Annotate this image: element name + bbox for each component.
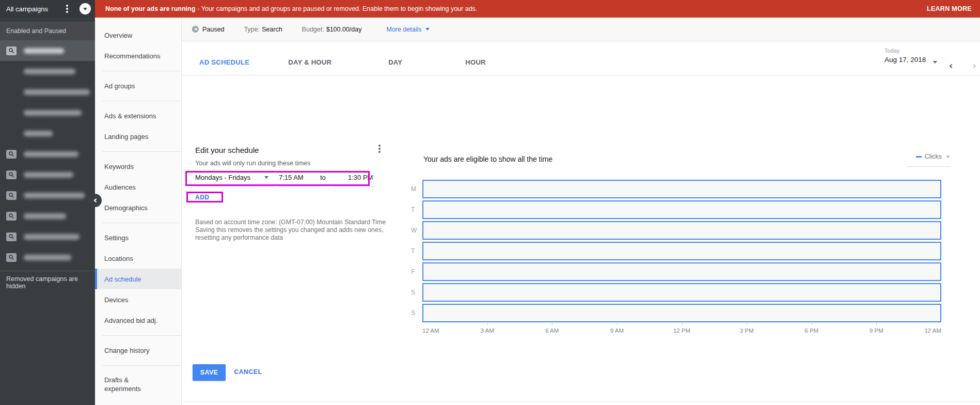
schedule-bar-full-day[interactable]	[422, 221, 941, 240]
timezone-note: Based on account time zone: (GMT-07:00) …	[195, 219, 394, 242]
campaign-sidebar: Enabled and Paused Removed campaigns are…	[0, 18, 95, 405]
schedule-bar-full-day[interactable]	[422, 180, 941, 198]
days-select-value: Mondays - Fridays	[195, 174, 250, 181]
day-label: S	[411, 309, 422, 317]
end-time-field[interactable]: 1:30 PM	[348, 174, 389, 181]
chart-day-row: S	[411, 304, 941, 322]
add-schedule-button[interactable]: ADD	[195, 194, 210, 201]
campaign-status-bar: Paused Type: Search Budget: $100.00/day …	[182, 18, 980, 41]
nav-item-landing-pages[interactable]: Landing pages	[95, 126, 181, 147]
nav-item-change-history[interactable]: Change history	[95, 340, 181, 361]
campaign-list-item[interactable]	[0, 61, 95, 82]
legend-dash-icon	[916, 156, 922, 158]
nav-item-locations[interactable]: Locations	[95, 248, 181, 269]
tab-day-hour[interactable]: DAY & HOUR	[288, 59, 331, 75]
nav-item-audiences[interactable]: Audiences	[95, 177, 181, 197]
nav-item-keywords[interactable]: Keywords	[95, 156, 181, 177]
end-field-underline	[335, 186, 375, 187]
chart-title: Your ads are eligible to show all the ti…	[423, 155, 552, 163]
chart-day-row: F	[411, 262, 941, 281]
tab-ad-schedule[interactable]: AD SCHEDULE	[199, 59, 249, 75]
divider-line	[102, 101, 181, 101]
status-value: Paused	[202, 26, 224, 33]
nav-divider	[95, 331, 181, 340]
collapse-panel-button[interactable]	[88, 194, 102, 207]
campaign-list-item[interactable]	[0, 247, 95, 268]
collapse-header-button[interactable]	[80, 3, 91, 14]
nav-item-label: Locations	[104, 255, 133, 262]
removed-campaigns-note: Removed campaigns are hidden	[0, 271, 95, 294]
nav-item-overview[interactable]: Overview	[95, 25, 181, 45]
axis-tick-mark	[487, 323, 488, 325]
nav-item-recommendations[interactable]: Recommendations	[95, 45, 181, 66]
previous-date-button[interactable]	[949, 59, 955, 71]
campaign-list-item[interactable]	[0, 226, 95, 247]
campaign-list-item[interactable]	[0, 206, 95, 226]
campaign-list-item[interactable]	[0, 102, 95, 123]
nav-item-label: Demographics	[104, 204, 148, 212]
save-button[interactable]: SAVE	[193, 364, 226, 381]
nav-item-label: Change history	[104, 347, 149, 354]
nav-divider	[95, 361, 181, 370]
nav-item-advanced-bid-adj[interactable]: Advanced bid adj.	[95, 310, 181, 331]
campaign-list-item[interactable]	[0, 40, 95, 61]
nav-item-ads-extensions[interactable]: Ads & extensions	[95, 105, 181, 126]
campaign-list-item[interactable]	[0, 123, 95, 144]
nav-divider	[95, 66, 181, 75]
start-time-field[interactable]: 7:15 AM	[279, 174, 320, 181]
metric-select[interactable]: Clicks	[916, 153, 950, 160]
divider-line	[102, 71, 181, 71]
chart-day-row: S	[411, 283, 941, 302]
search-icon	[6, 191, 17, 200]
nav-item-demographics[interactable]: Demographics	[95, 197, 181, 218]
nav-item-drafts-experiments[interactable]: Drafts & experiments	[95, 370, 181, 399]
cancel-button[interactable]: CANCEL	[234, 368, 262, 376]
nav-item-label: Devices	[104, 296, 128, 304]
nav-item-label: Landing pages	[104, 133, 148, 141]
days-select[interactable]: Mondays - Fridays	[195, 174, 274, 181]
tab-hour[interactable]: HOUR	[465, 59, 485, 75]
chart-day-row: T	[411, 242, 941, 260]
chevron-down-icon	[425, 28, 430, 30]
tab-day[interactable]: DAY	[388, 59, 402, 75]
kebab-menu-icon[interactable]	[66, 8, 68, 10]
days-field-underline	[195, 186, 274, 187]
schedule-bar-full-day[interactable]	[422, 283, 941, 302]
campaign-list-item[interactable]	[0, 82, 95, 102]
nav-item-settings[interactable]: Settings	[95, 227, 181, 248]
axis-tick-label: 6 PM	[804, 328, 818, 334]
campaign-list	[0, 40, 95, 268]
schedule-bar-full-day[interactable]	[422, 304, 941, 322]
axis-tick-mark	[876, 323, 877, 325]
axis-tick-label: 12 AM	[924, 328, 941, 334]
schedule-bar-full-day[interactable]	[422, 242, 941, 260]
editor-title: Edit your schedule	[195, 146, 259, 154]
day-label: S	[411, 289, 422, 296]
learn-more-link[interactable]: LEARN MORE	[927, 5, 972, 12]
next-date-button-disabled	[971, 59, 977, 71]
more-details-link[interactable]: More details	[387, 26, 430, 33]
search-icon	[6, 170, 17, 179]
editor-kebab-menu-icon[interactable]	[378, 148, 381, 150]
date-range-picker[interactable]: Today Aug 17, 2018	[884, 48, 926, 64]
top-bar: All campaigns None of your ads are runni…	[0, 0, 980, 18]
ads-not-running-banner: None of your ads are running - Your camp…	[95, 0, 980, 18]
axis-tick-label: 12 AM	[422, 328, 439, 334]
schedule-bar-full-day[interactable]	[422, 262, 941, 281]
nav-item-devices[interactable]: Devices	[95, 289, 181, 310]
banner-bold-text: None of your ads are running	[105, 5, 195, 12]
chart-day-row: W	[411, 221, 941, 240]
nav-item-ad-groups[interactable]: Ad groups	[95, 75, 181, 96]
budget-value: $100.00/day	[326, 26, 362, 33]
search-icon	[6, 46, 17, 55]
campaign-list-item[interactable]	[0, 185, 95, 206]
redacted-campaign-name	[24, 69, 75, 74]
date-dropdown-icon[interactable]	[933, 61, 937, 64]
nav-item-ad-schedule[interactable]: Ad schedule	[95, 269, 181, 289]
axis-tick-label: 3 AM	[481, 328, 494, 334]
schedule-bar-full-day[interactable]	[422, 200, 941, 219]
legend-label: Clicks	[925, 153, 942, 160]
campaign-list-item[interactable]	[0, 144, 95, 164]
campaign-filter-label[interactable]: Enabled and Paused	[0, 22, 95, 40]
campaign-list-item[interactable]	[0, 164, 95, 185]
